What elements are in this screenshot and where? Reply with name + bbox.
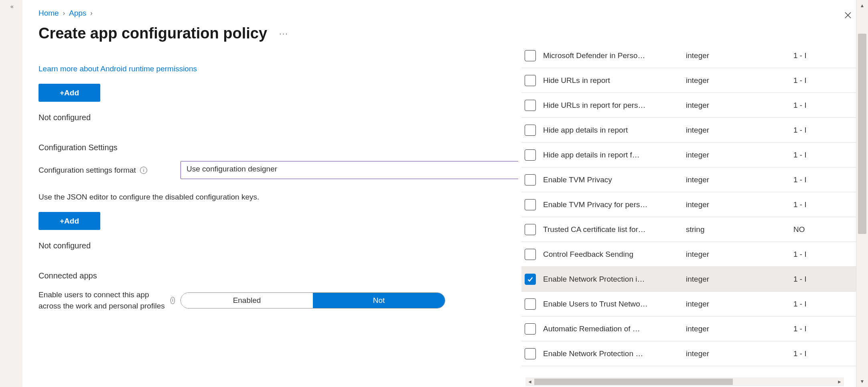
setting-value: 1 - I <box>793 51 856 60</box>
table-row[interactable]: Hide URLs in report for pers…integer1 - … <box>521 93 856 118</box>
table-row[interactable]: Hide app details in report f…integer1 - … <box>521 143 856 167</box>
setting-name: Enable TVM Privacy <box>543 175 679 184</box>
connected-apps-toggle[interactable]: Enabled Not <box>180 292 445 308</box>
setting-value: 1 - I <box>793 151 856 159</box>
setting-type: integer <box>686 300 786 308</box>
info-icon[interactable]: i <box>170 297 175 304</box>
vertical-scrollbar[interactable]: ▲ ▼ <box>856 0 868 387</box>
setting-value: 1 - I <box>793 300 856 308</box>
setting-type: integer <box>686 325 786 333</box>
setting-name: Enable TVM Privacy for pers… <box>543 200 679 209</box>
page-title: Create app configuration policy <box>39 25 267 42</box>
setting-value: 1 - I <box>793 275 856 284</box>
setting-name: Hide URLs in report for pers… <box>543 101 679 110</box>
more-actions-icon[interactable]: ··· <box>279 29 288 38</box>
add-permission-button[interactable]: +Add <box>39 84 100 102</box>
setting-value: 1 - I <box>793 349 856 358</box>
setting-type: integer <box>686 76 786 85</box>
checkbox[interactable] <box>525 348 536 359</box>
checkbox[interactable] <box>525 224 536 235</box>
checkbox[interactable] <box>525 298 536 310</box>
checkbox[interactable] <box>525 274 536 285</box>
toggle-enabled-option[interactable]: Enabled <box>181 293 313 308</box>
close-icon[interactable] <box>842 10 854 21</box>
setting-name: Control Feedback Sending <box>543 250 679 259</box>
setting-name: Enable Network Protection … <box>543 349 679 358</box>
chevron-right-icon: › <box>63 10 65 17</box>
setting-type: string <box>686 225 786 234</box>
setting-name: Enable Users to Trust Netwo… <box>543 300 679 308</box>
setting-name: Enable Network Protection i… <box>543 275 679 284</box>
setting-type: integer <box>686 200 786 209</box>
settings-picker-panel: Microsoft Defender in Perso…integer1 - I… <box>518 0 856 387</box>
setting-value: 1 - I <box>793 325 856 333</box>
table-row[interactable]: Microsoft Defender in Perso…integer1 - I <box>521 43 856 68</box>
setting-value: 1 - I <box>793 250 856 259</box>
table-row[interactable]: Enable Network Protection i…integer1 - I <box>521 267 856 292</box>
checkbox[interactable] <box>525 125 536 136</box>
collapse-nav-icon[interactable]: « <box>10 3 14 10</box>
horizontal-scrollbar[interactable]: ◄ ► <box>525 377 844 386</box>
setting-value: 1 - I <box>793 76 856 85</box>
table-row[interactable]: Enable TVM Privacyinteger1 - I <box>521 167 856 192</box>
checkbox[interactable] <box>525 249 536 260</box>
setting-type: integer <box>686 250 786 259</box>
table-row[interactable]: Enable Network Protection …integer1 - I <box>521 341 856 366</box>
checkbox[interactable] <box>525 50 536 61</box>
table-row[interactable]: Automatic Remediation of …integer1 - I <box>521 316 856 341</box>
setting-name: Microsoft Defender in Perso… <box>543 51 679 60</box>
checkbox[interactable] <box>525 174 536 185</box>
setting-name: Trusted CA certificate list for… <box>543 225 679 234</box>
checkbox[interactable] <box>525 323 536 335</box>
setting-value: 1 - I <box>793 200 856 209</box>
checkbox[interactable] <box>525 149 536 161</box>
setting-value: 1 - I <box>793 126 856 135</box>
setting-value: 1 - I <box>793 101 856 110</box>
checkbox[interactable] <box>525 199 536 210</box>
setting-name: Hide URLs in report <box>543 76 679 85</box>
connected-apps-desc: Enable users to connect this app across … <box>39 289 166 311</box>
scroll-right-icon[interactable]: ► <box>835 379 844 385</box>
setting-type: integer <box>686 101 786 110</box>
config-format-label: Configuration settings format <box>39 166 136 175</box>
table-row[interactable]: Hide app details in reportinteger1 - I <box>521 118 856 143</box>
setting-name: Hide app details in report f… <box>543 151 679 159</box>
table-row[interactable]: Hide URLs in reportinteger1 - I <box>521 68 856 93</box>
setting-type: integer <box>686 275 786 284</box>
table-row[interactable]: Control Feedback Sendinginteger1 - I <box>521 242 856 267</box>
chevron-right-icon: › <box>90 10 92 17</box>
setting-name: Automatic Remediation of … <box>543 325 679 333</box>
setting-type: integer <box>686 151 786 159</box>
setting-name: Hide app details in report <box>543 126 679 135</box>
breadcrumb-apps[interactable]: Apps <box>69 9 86 18</box>
learn-more-link[interactable]: Learn more about Android runtime permiss… <box>39 64 197 73</box>
setting-type: integer <box>686 51 786 60</box>
setting-value: NO <box>793 225 856 234</box>
setting-type: integer <box>686 175 786 184</box>
setting-type: integer <box>686 349 786 358</box>
setting-type: integer <box>686 126 786 135</box>
table-row[interactable]: Enable Users to Trust Netwo…integer1 - I <box>521 292 856 316</box>
table-row[interactable]: Trusted CA certificate list for…stringNO <box>521 217 856 242</box>
scroll-down-icon[interactable]: ▼ <box>856 376 868 387</box>
table-row[interactable]: Enable TVM Privacy for pers…integer1 - I <box>521 192 856 217</box>
breadcrumb-home[interactable]: Home <box>39 9 59 18</box>
setting-value: 1 - I <box>793 175 856 184</box>
toggle-notconfigured-option[interactable]: Not <box>313 293 445 308</box>
scroll-left-icon[interactable]: ◄ <box>525 379 534 385</box>
add-config-key-button[interactable]: +Add <box>39 212 100 230</box>
checkbox[interactable] <box>525 100 536 111</box>
info-icon[interactable]: i <box>140 167 147 174</box>
checkbox[interactable] <box>525 75 536 86</box>
scroll-up-icon[interactable]: ▲ <box>856 0 868 11</box>
